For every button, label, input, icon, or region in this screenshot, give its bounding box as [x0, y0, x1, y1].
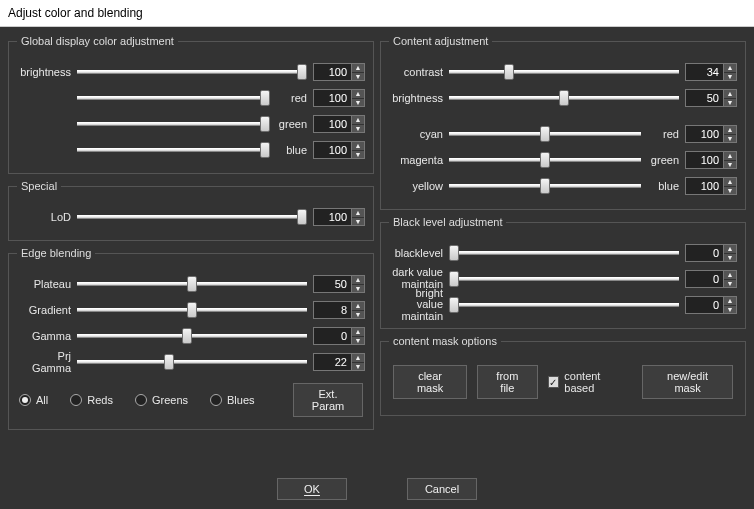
brightness-spin[interactable]: 100 ▲▼	[313, 63, 365, 81]
spin-down-icon[interactable]: ▼	[352, 363, 364, 371]
spin-down-icon[interactable]: ▼	[724, 306, 736, 314]
cbrightness-value[interactable]: 50	[685, 89, 723, 107]
spin-up-icon[interactable]: ▲	[352, 142, 364, 151]
blacklevel-slider[interactable]	[449, 246, 679, 260]
gradient-spin[interactable]: 8 ▲▼	[313, 301, 365, 319]
gradient-slider[interactable]	[77, 303, 307, 317]
spin-down-icon[interactable]: ▼	[724, 254, 736, 262]
radio-reds[interactable]: Reds	[70, 394, 113, 406]
darkvalue-spin[interactable]: 0 ▲▼	[685, 270, 737, 288]
red-slider[interactable]	[77, 91, 269, 105]
new-edit-mask-button[interactable]: new/edit mask	[642, 365, 733, 399]
red-spin[interactable]: 100 ▲▼	[313, 89, 365, 107]
spin-down-icon[interactable]: ▼	[352, 73, 364, 81]
radio-dot-icon	[19, 394, 31, 406]
spin-up-icon[interactable]: ▲	[352, 64, 364, 73]
spin-down-icon[interactable]: ▼	[724, 73, 736, 81]
green-slider[interactable]	[77, 117, 269, 131]
ok-button[interactable]: OK	[277, 478, 347, 500]
magenta-slider[interactable]	[449, 153, 641, 167]
ext-param-button[interactable]: Ext. Param	[293, 383, 363, 417]
gradient-value[interactable]: 8	[313, 301, 351, 319]
yellow-value[interactable]: 100	[685, 177, 723, 195]
green-value[interactable]: 100	[313, 115, 351, 133]
spin-down-icon[interactable]: ▼	[352, 311, 364, 319]
spin-up-icon[interactable]: ▲	[724, 297, 736, 306]
cbrightness-spin[interactable]: 50 ▲▼	[685, 89, 737, 107]
spin-down-icon[interactable]: ▼	[352, 218, 364, 226]
spin-up-icon[interactable]: ▲	[724, 90, 736, 99]
spin-down-icon[interactable]: ▼	[352, 99, 364, 107]
plateau-slider[interactable]	[77, 277, 307, 291]
cancel-button[interactable]: Cancel	[407, 478, 477, 500]
radio-blues[interactable]: Blues	[210, 394, 255, 406]
yellow-slider[interactable]	[449, 179, 641, 193]
red-value[interactable]: 100	[313, 89, 351, 107]
spin-up-icon[interactable]: ▲	[352, 328, 364, 337]
gamma-slider[interactable]	[77, 329, 307, 343]
spin-up-icon[interactable]: ▲	[352, 276, 364, 285]
plateau-value[interactable]: 50	[313, 275, 351, 293]
radio-greens[interactable]: Greens	[135, 394, 188, 406]
contrast-spin[interactable]: 34 ▲▼	[685, 63, 737, 81]
yellow-spin[interactable]: 100 ▲▼	[685, 177, 737, 195]
spin-down-icon[interactable]: ▼	[724, 135, 736, 143]
blacklevel-spin[interactable]: 0 ▲▼	[685, 244, 737, 262]
cyan-spin[interactable]: 100 ▲▼	[685, 125, 737, 143]
blue-value[interactable]: 100	[313, 141, 351, 159]
spin-down-icon[interactable]: ▼	[352, 337, 364, 345]
magenta-value[interactable]: 100	[685, 151, 723, 169]
spin-up-icon[interactable]: ▲	[352, 116, 364, 125]
radio-all[interactable]: All	[19, 394, 48, 406]
plateau-spin[interactable]: 50 ▲▼	[313, 275, 365, 293]
left-column: Global display color adjustment brightne…	[8, 35, 374, 430]
contrast-slider[interactable]	[449, 65, 679, 79]
brightvalue-slider[interactable]	[449, 298, 679, 312]
spin-up-icon[interactable]: ▲	[724, 178, 736, 187]
lod-spin[interactable]: 100 ▲▼	[313, 208, 365, 226]
brightvalue-spin[interactable]: 0 ▲▼	[685, 296, 737, 314]
spin-up-icon[interactable]: ▲	[724, 152, 736, 161]
brightvalue-value[interactable]: 0	[685, 296, 723, 314]
group-black-level: Black level adjustment blacklevel 0 ▲▼ d…	[380, 216, 746, 329]
spin-up-icon[interactable]: ▲	[724, 245, 736, 254]
lod-slider[interactable]	[77, 210, 307, 224]
spin-down-icon[interactable]: ▼	[724, 187, 736, 195]
prjgamma-slider[interactable]	[77, 355, 307, 369]
blue-slider[interactable]	[77, 143, 269, 157]
cyan-slider[interactable]	[449, 127, 641, 141]
brightness-value[interactable]: 100	[313, 63, 351, 81]
magenta-label: magenta	[389, 154, 443, 166]
spin-up-icon[interactable]: ▲	[724, 126, 736, 135]
spin-down-icon[interactable]: ▼	[724, 99, 736, 107]
magenta-spin[interactable]: 100 ▲▼	[685, 151, 737, 169]
spin-up-icon[interactable]: ▲	[352, 354, 364, 363]
spin-up-icon[interactable]: ▲	[724, 64, 736, 73]
blacklevel-value[interactable]: 0	[685, 244, 723, 262]
content-based-checkbox[interactable]: ✓ content based	[548, 370, 632, 394]
spin-down-icon[interactable]: ▼	[352, 151, 364, 159]
lod-value[interactable]: 100	[313, 208, 351, 226]
contrast-value[interactable]: 34	[685, 63, 723, 81]
gamma-value[interactable]: 0	[313, 327, 351, 345]
darkvalue-slider[interactable]	[449, 272, 679, 286]
prjgamma-value[interactable]: 22	[313, 353, 351, 371]
gamma-spin[interactable]: 0 ▲▼	[313, 327, 365, 345]
cbrightness-slider[interactable]	[449, 91, 679, 105]
prjgamma-spin[interactable]: 22 ▲▼	[313, 353, 365, 371]
spin-up-icon[interactable]: ▲	[352, 90, 364, 99]
spin-down-icon[interactable]: ▼	[352, 285, 364, 293]
blue-spin[interactable]: 100 ▲▼	[313, 141, 365, 159]
spin-down-icon[interactable]: ▼	[724, 280, 736, 288]
green-spin[interactable]: 100 ▲▼	[313, 115, 365, 133]
spin-up-icon[interactable]: ▲	[724, 271, 736, 280]
spin-up-icon[interactable]: ▲	[352, 302, 364, 311]
darkvalue-value[interactable]: 0	[685, 270, 723, 288]
spin-up-icon[interactable]: ▲	[352, 209, 364, 218]
from-file-button[interactable]: from file	[477, 365, 537, 399]
clear-mask-button[interactable]: clear mask	[393, 365, 467, 399]
spin-down-icon[interactable]: ▼	[352, 125, 364, 133]
cyan-value[interactable]: 100	[685, 125, 723, 143]
brightness-slider[interactable]	[77, 65, 307, 79]
spin-down-icon[interactable]: ▼	[724, 161, 736, 169]
